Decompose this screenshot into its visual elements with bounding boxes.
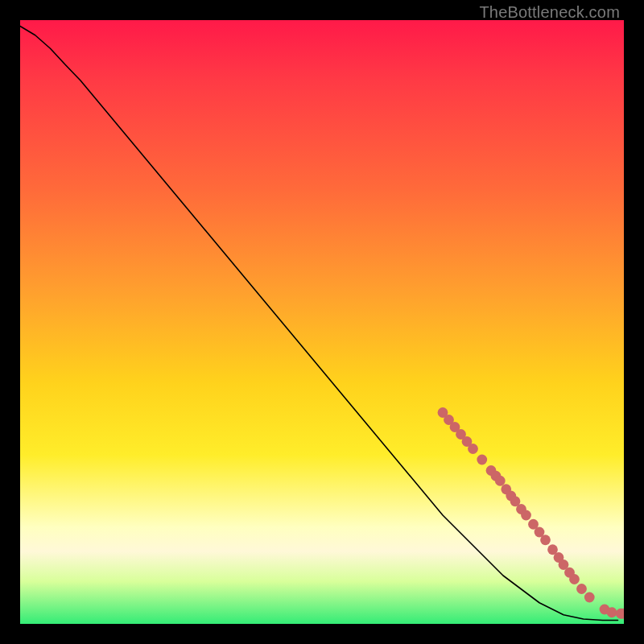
scatter-dot xyxy=(569,574,580,584)
scatter-dot xyxy=(584,592,595,603)
dots-layer xyxy=(20,20,624,624)
scatter-dot xyxy=(468,444,478,454)
chart-stage: TheBottleneck.com xyxy=(0,0,644,644)
scatter-dot xyxy=(576,584,587,594)
scatter-dots xyxy=(438,407,624,619)
scatter-dot xyxy=(495,476,506,486)
scatter-dot xyxy=(477,455,487,465)
scatter-dot xyxy=(607,607,617,617)
scatter-dot xyxy=(540,535,551,545)
scatter-dot xyxy=(521,510,531,521)
plot-area xyxy=(20,20,624,624)
watermark-text: TheBottleneck.com xyxy=(479,3,620,22)
